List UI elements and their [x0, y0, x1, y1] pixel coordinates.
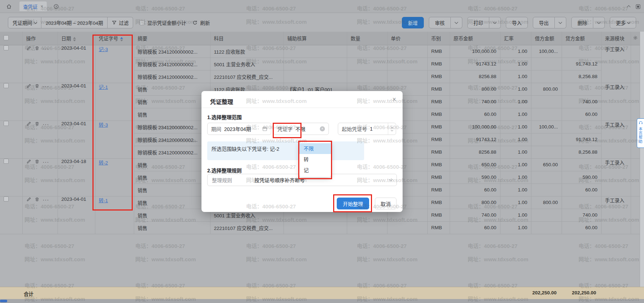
row-more-icon[interactable]: ··· — [43, 45, 49, 51]
home-icon[interactable] — [4, 2, 14, 11]
export-dropdown-icon[interactable] — [555, 17, 566, 28]
period-value: 2023年04期 — [224, 125, 251, 132]
step-down-icon[interactable] — [391, 129, 393, 131]
print-dropdown-icon[interactable] — [489, 17, 501, 28]
edit-icon[interactable] — [26, 159, 31, 164]
tab-label: 查凭证 — [23, 3, 38, 10]
print-button[interactable]: 打印 — [467, 17, 489, 28]
delete-row-icon[interactable] — [35, 197, 40, 202]
cell-subject: 5001 主营业务收入 — [210, 58, 284, 70]
add-button[interactable]: 新增 — [402, 17, 424, 28]
delete-row-icon[interactable] — [35, 159, 40, 164]
cell-debit: 650.00 — [531, 158, 562, 171]
scrollbar-thumb[interactable] — [0, 300, 7, 302]
page-help-tab[interactable]: 本页帮助 — [637, 118, 644, 148]
cell-debit: 800.00 — [531, 83, 562, 95]
cell-credit: 60.00 — [562, 184, 601, 196]
row-more-icon[interactable]: ··· — [43, 83, 49, 89]
col-header-checkbox — [0, 32, 22, 45]
cell-orig-amount: 60.00 — [450, 221, 500, 234]
sort-icon[interactable] — [73, 37, 76, 41]
cell-subject: 1122 应收账款 — [210, 45, 284, 58]
cell-debit — [531, 70, 562, 83]
delete-row-icon[interactable] — [35, 83, 40, 89]
refresh-button[interactable]: 刷新 — [192, 19, 210, 26]
period-type-select[interactable]: 凭证期间 — [8, 17, 41, 28]
period-picker[interactable]: 期间 2023年04期 — [207, 123, 271, 135]
cell-summary: 销售 — [134, 108, 210, 121]
voucher-number-link[interactable]: 转-3 — [99, 122, 108, 128]
headset-icon — [639, 120, 643, 126]
checkbox-icon — [140, 20, 145, 25]
gear-icon[interactable] — [633, 35, 638, 40]
tab-close-icon[interactable]: × — [41, 4, 44, 9]
dropdown-option-unlimited[interactable]: 不限 — [299, 143, 331, 154]
row-more-icon[interactable]: ··· — [43, 196, 49, 203]
delete-row-icon[interactable] — [35, 46, 40, 51]
cell-orig-amount: 100,000.00 — [450, 121, 500, 133]
horizontal-scrollbar[interactable] — [0, 299, 644, 303]
cell-currency: RMB — [427, 221, 450, 234]
sort-icon[interactable] — [120, 37, 123, 41]
edit-icon[interactable] — [26, 83, 31, 89]
select-all-checkbox[interactable] — [4, 35, 9, 40]
row-checkbox[interactable] — [4, 121, 9, 126]
show-subtotal-checkbox[interactable]: 显示凭证金额小计 — [140, 19, 186, 26]
col-header-source: 来源模块 — [601, 32, 631, 45]
cell-date: 2023-04-01 — [58, 196, 95, 234]
dialog-close-icon[interactable]: × — [392, 96, 396, 103]
workbench-icon[interactable] — [636, 3, 640, 10]
delete-row-icon[interactable] — [35, 121, 40, 126]
voucher-word-dropdown: 不限 转 记 — [299, 142, 331, 177]
cell-summary: 销售 — [134, 221, 210, 234]
audit-dropdown-icon[interactable] — [451, 17, 462, 28]
export-button[interactable]: 导出 — [533, 17, 555, 28]
cell-rate: 1.00 — [500, 95, 531, 108]
period-range-field[interactable]: 2023年04期 ~ 2023年04期 — [41, 17, 108, 28]
edit-icon[interactable] — [26, 46, 31, 51]
filter-button[interactable]: 过滤 — [108, 17, 133, 28]
start-number-stepper[interactable]: 起始凭证号 1 — [338, 123, 396, 135]
dropdown-option-zhuan[interactable]: 转 — [299, 154, 331, 165]
voucher-number-link[interactable]: 转-2 — [99, 160, 108, 166]
vertical-scrollbar[interactable] — [640, 32, 644, 287]
col-header-date[interactable]: 日期 — [58, 32, 95, 45]
voucher-word-select[interactable]: 凭证字 不限 × — [273, 123, 329, 135]
start-number-label: 起始凭证号 — [342, 125, 367, 132]
clear-icon[interactable]: × — [320, 126, 325, 131]
row-checkbox[interactable] — [4, 83, 9, 88]
stepper-buttons — [388, 123, 396, 135]
voucher-number-link[interactable]: 记-1 — [99, 85, 108, 90]
row-checkbox[interactable] — [4, 45, 9, 50]
edit-icon[interactable] — [26, 121, 31, 126]
cell-debit — [531, 221, 562, 234]
tab-voucher-query[interactable]: 查凭证 × — [19, 1, 47, 11]
row-more-icon[interactable]: ··· — [43, 159, 49, 165]
cell-orig-amount: 60.00 — [450, 184, 500, 196]
edit-icon[interactable] — [26, 197, 31, 202]
audit-button[interactable]: 审核 — [429, 17, 451, 28]
cell-credit — [562, 196, 601, 209]
dropdown-option-ji[interactable]: 记 — [299, 165, 331, 176]
cell-rate: 1.00 — [500, 184, 531, 196]
import-label: 导入 — [512, 19, 522, 26]
cancel-button[interactable]: 取消 — [375, 198, 396, 209]
more-button[interactable]: 更多 — [610, 17, 636, 28]
import-button[interactable]: 导入 — [506, 17, 528, 28]
delete-button[interactable]: 删除 — [571, 17, 593, 28]
period-label: 期间 — [211, 125, 221, 132]
delete-dropdown-icon[interactable] — [593, 17, 605, 28]
col-header-voucher[interactable]: 凭证字号 — [95, 32, 134, 45]
cancel-label: 取消 — [381, 200, 391, 207]
voucher-number-link[interactable]: 转-1 — [99, 198, 108, 203]
history-icon[interactable] — [53, 4, 59, 9]
row-checkbox[interactable] — [4, 196, 9, 202]
voucher-number-link[interactable]: 记-3 — [99, 47, 108, 52]
cell-settings — [631, 158, 640, 196]
table-header-row: 操作 日期 凭证字号 摘要 科目 辅助核算 数量 单价 币别 原币金额 汇率 借… — [0, 32, 640, 45]
row-more-icon[interactable]: ··· — [43, 121, 49, 127]
start-arrange-button[interactable]: 开始整理 — [337, 198, 369, 209]
row-checkbox[interactable] — [4, 159, 9, 164]
add-label: 新增 — [408, 19, 418, 26]
collapse-up-icon[interactable] — [627, 3, 630, 10]
